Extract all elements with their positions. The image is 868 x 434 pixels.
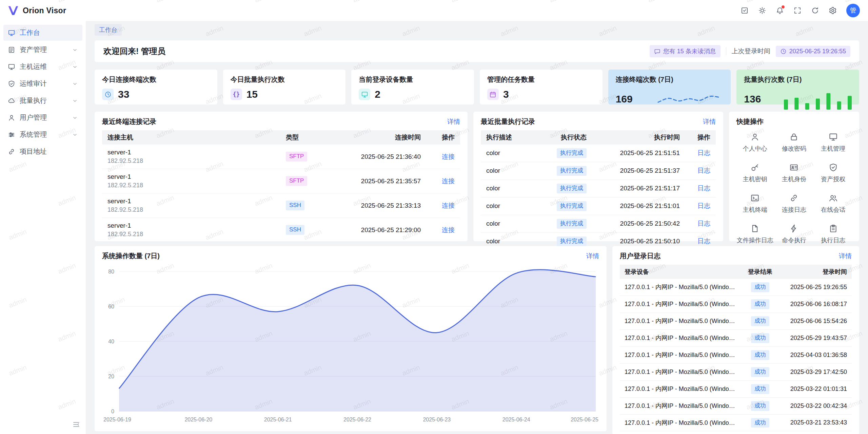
sidebar-collapse-button[interactable] <box>71 419 82 430</box>
quick-action-host-identity[interactable]: 主机身份 <box>775 163 812 183</box>
people-icon <box>829 193 838 203</box>
sidebar-item-host-operations[interactable]: 主机运维 <box>3 59 82 75</box>
connect-action-link[interactable]: 连接 <box>442 202 455 209</box>
stat-label: 当前登录设备数量 <box>359 75 467 84</box>
stat-card-today-terminal-connections: 今日连接终端次数33 <box>95 70 217 105</box>
batch-record-row: color执行完成2025-06-25 21:51:01日志 <box>481 197 716 215</box>
sidebar-item-ops-audit[interactable]: 运维审计 <box>3 76 82 92</box>
stat-card-current-login-devices: 当前登录设备数量2 <box>351 70 474 105</box>
sun-icon <box>758 6 766 15</box>
quick-action-host-key[interactable]: 主机密钥 <box>736 163 773 183</box>
user-avatar[interactable]: 管 <box>846 4 860 17</box>
execution-status-tag: 执行完成 <box>557 184 587 193</box>
sidebar-item-label: 主机运维 <box>20 62 67 71</box>
quick-actions-title: 快捷操作 <box>736 117 764 126</box>
expand-icon <box>793 6 802 15</box>
settings-button[interactable] <box>825 3 840 18</box>
svg-text:2025-06-23: 2025-06-23 <box>423 417 451 422</box>
unread-messages-chip[interactable]: 您有 15 条未读消息 <box>650 45 721 57</box>
app-brand[interactable]: Orion Visor <box>7 5 66 16</box>
quick-action-connection-log[interactable]: 连接日志 <box>775 193 812 214</box>
quick-actions-card: 快捷操作 个人中心修改密码主机管理主机密钥主机身份资产授权主机终端连接日志在线会… <box>729 112 859 241</box>
sidebar-item-batch-execution[interactable]: 批量执行 <box>3 93 82 109</box>
connect-time: 2025-06-25 21:29:00 <box>324 218 426 242</box>
login-logs-detail-link[interactable]: 详情 <box>839 252 852 261</box>
quick-action-personal-center[interactable]: 个人中心 <box>736 132 773 153</box>
quick-action-command-execution[interactable]: 命令执行 <box>775 224 812 244</box>
chevron-down-icon <box>72 132 78 138</box>
log-action-link[interactable]: 日志 <box>697 220 710 227</box>
batch-records-detail-link[interactable]: 详情 <box>703 117 716 126</box>
quick-action-file-operation-log[interactable]: 文件操作日志 <box>736 224 773 244</box>
log-action-link[interactable]: 日志 <box>697 149 710 156</box>
monitor-icon <box>829 132 838 141</box>
quick-action-change-password[interactable]: 修改密码 <box>775 132 812 153</box>
refresh-button[interactable] <box>808 3 823 18</box>
execution-description: color <box>481 162 529 180</box>
sidebar-item-asset-management[interactable]: 资产管理 <box>3 42 82 58</box>
terminal-records-detail-link[interactable]: 详情 <box>447 117 460 126</box>
quick-action-host-terminal[interactable]: 主机终端 <box>736 193 773 214</box>
monitor-icon <box>361 91 368 98</box>
sidebar-item-workbench[interactable]: 工作台 <box>3 25 82 41</box>
stat-cards-row: 今日连接终端次数33今日批量执行次数{}15当前登录设备数量2管理的任务数量3连… <box>95 70 859 105</box>
login-log-row: 127.0.0.1 - 内网IP - Mozilla/5.0 (Windows … <box>620 380 852 397</box>
quick-action-execution-log[interactable]: 执行日志 <box>815 224 852 244</box>
shield-check-icon <box>829 163 838 172</box>
sidebar-item-user-management[interactable]: 用户管理 <box>3 110 82 126</box>
connect-action-link[interactable]: 连接 <box>442 226 455 233</box>
quick-action-online-session[interactable]: 在线会话 <box>815 193 852 214</box>
login-time: 2025-06-06 16:08:17 <box>779 296 852 313</box>
sidebar-item-label: 项目地址 <box>20 147 78 156</box>
login-result-tag: 成功 <box>751 401 769 411</box>
stat-label: 批量执行次数 (7日) <box>744 75 852 84</box>
login-result-tag: 成功 <box>751 333 769 343</box>
stat-label: 连接终端次数 (7日) <box>616 75 724 84</box>
log-action-link[interactable]: 日志 <box>697 185 710 192</box>
stat-value: 2 <box>375 89 380 100</box>
notifications-button[interactable] <box>772 3 787 18</box>
log-action-link[interactable]: 日志 <box>697 238 710 245</box>
login-result-tag: 成功 <box>751 350 769 360</box>
execution-time: 2025-06-25 21:51:37 <box>592 162 685 180</box>
breadcrumb-item-workbench[interactable]: 工作台 <box>95 24 122 36</box>
fullscreen-button[interactable] <box>790 3 805 18</box>
quick-action-asset-authorization[interactable]: 资产授权 <box>815 163 852 183</box>
login-device: 127.0.0.1 - 内网IP - Mozilla/5.0 (Windows … <box>620 414 742 431</box>
login-time: 2025-05-29 19:43:57 <box>779 329 852 346</box>
stat-value: 3 <box>503 89 509 100</box>
svg-text:60: 60 <box>108 304 114 309</box>
connect-action-link[interactable]: 连接 <box>442 177 455 185</box>
chevron-down-icon <box>72 47 78 53</box>
login-device: 127.0.0.1 - 内网IP - Mozilla/5.0 (Windows … <box>620 279 742 296</box>
braces-icon: {} <box>233 92 239 97</box>
connect-action-link[interactable]: 连接 <box>442 153 455 160</box>
login-time: 2025-06-06 15:54:26 <box>779 313 852 329</box>
quick-action-label: 修改密码 <box>782 145 806 153</box>
login-device: 127.0.0.1 - 内网IP - Mozilla/5.0 (Windows … <box>620 296 742 313</box>
sidebar-item-label: 用户管理 <box>20 113 67 122</box>
chart-detail-link[interactable]: 详情 <box>586 252 599 261</box>
chevron-down-icon <box>72 115 78 121</box>
dashboard-icon <box>8 29 15 37</box>
log-action-link[interactable]: 日志 <box>697 202 710 209</box>
host-name: server-1 <box>107 173 275 181</box>
unread-messages-text: 您有 15 条未读消息 <box>663 47 716 55</box>
sidebar-item-system-management[interactable]: 系统管理 <box>3 127 82 143</box>
quick-action-host-management[interactable]: 主机管理 <box>815 132 852 153</box>
message-icon <box>654 48 660 55</box>
sidebar-item-label: 系统管理 <box>20 130 67 139</box>
brightness-button[interactable] <box>755 3 770 18</box>
stat-card-managed-tasks: 管理的任务数量3 <box>480 70 603 105</box>
stat-value: 169 <box>616 93 633 105</box>
login-time: 2025-03-22 01:01:31 <box>779 380 852 397</box>
quick-action-label: 连接日志 <box>782 206 806 214</box>
batch-records-title: 最近批量执行记录 <box>481 117 535 126</box>
login-device: 127.0.0.1 - 内网IP - Mozilla/5.0 (Windows … <box>620 313 742 329</box>
log-action-link[interactable]: 日志 <box>697 167 710 174</box>
quick-action-label: 资产授权 <box>821 175 845 183</box>
link-icon <box>8 148 15 155</box>
sidebar-item-project-repo[interactable]: 项目地址 <box>3 144 82 159</box>
theme-toggle-button[interactable] <box>737 3 752 18</box>
login-logs-card: 用户登录日志 详情 登录设备登录结果登录时间127.0.0.1 - 内网IP -… <box>612 246 859 434</box>
